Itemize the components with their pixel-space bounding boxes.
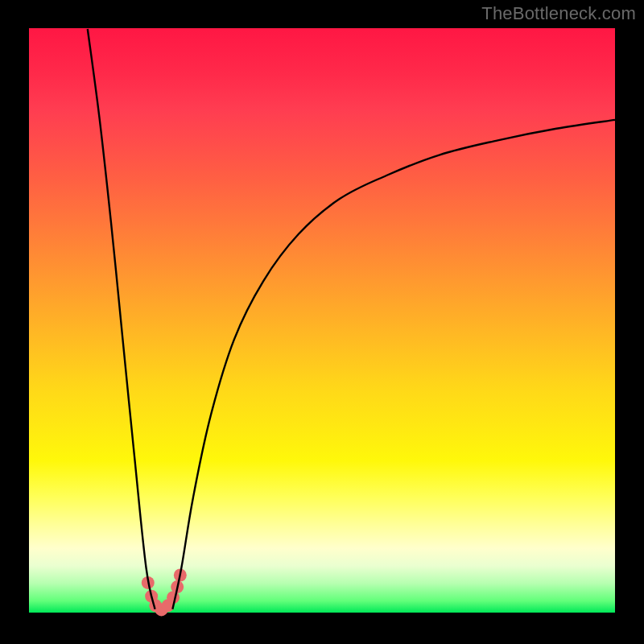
curve-left-branch bbox=[88, 29, 155, 609]
watermark-text: TheBottleneck.com bbox=[481, 3, 636, 24]
curve-right-branch bbox=[172, 120, 615, 609]
plot-area bbox=[29, 29, 615, 615]
outer-black-frame: TheBottleneck.com bbox=[0, 0, 644, 644]
chart-svg bbox=[29, 29, 615, 615]
